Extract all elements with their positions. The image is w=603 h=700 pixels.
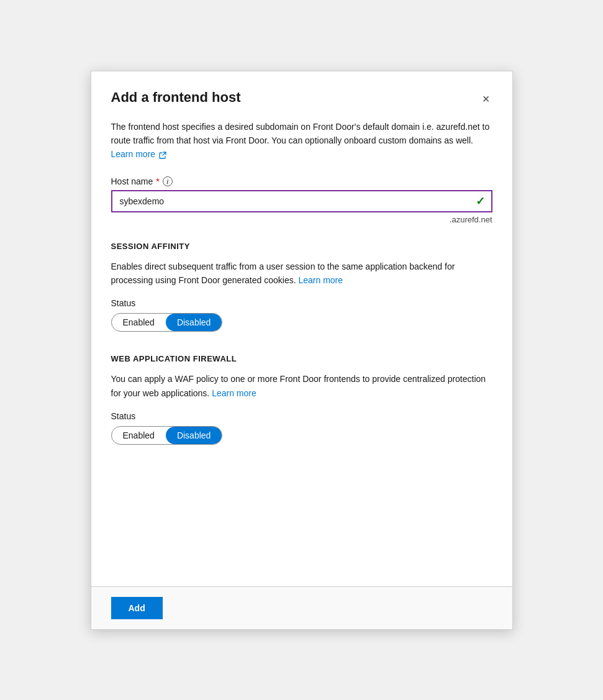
close-button[interactable]: × <box>480 90 492 107</box>
waf-status-label: Status <box>111 411 492 421</box>
dialog-title: Add a frontend host <box>111 89 241 107</box>
valid-checkmark-icon: ✓ <box>476 194 485 208</box>
domain-suffix: .azurefd.net <box>111 215 492 224</box>
required-star: * <box>156 176 159 186</box>
waf-title: WEB APPLICATION FIREWALL <box>111 354 492 363</box>
session-affinity-enabled-option[interactable]: Enabled <box>112 314 166 331</box>
host-name-label: Host name * i <box>111 176 492 186</box>
session-affinity-toggle[interactable]: Enabled Disabled <box>111 313 223 332</box>
session-affinity-title: SESSION AFFINITY <box>111 242 492 251</box>
session-affinity-disabled-option[interactable]: Disabled <box>166 314 222 331</box>
waf-disabled-option[interactable]: Disabled <box>166 427 222 444</box>
session-affinity-section: SESSION AFFINITY Enables direct subseque… <box>111 242 492 350</box>
waf-learn-more-link[interactable]: Learn more <box>212 388 256 398</box>
waf-section: WEB APPLICATION FIREWALL You can apply a… <box>111 354 492 462</box>
session-affinity-description: Enables direct subsequent traffic from a… <box>111 260 492 288</box>
dialog-footer: Add <box>91 586 512 629</box>
intro-text: The frontend host specifies a desired su… <box>111 120 492 161</box>
add-frontend-host-dialog: Add a frontend host × The frontend host … <box>91 71 513 630</box>
info-icon[interactable]: i <box>163 176 173 186</box>
dialog-header: Add a frontend host × <box>111 89 492 107</box>
waf-toggle[interactable]: Enabled Disabled <box>111 426 223 445</box>
session-affinity-learn-more-link[interactable]: Learn more <box>298 275 343 285</box>
waf-enabled-option[interactable]: Enabled <box>112 427 166 444</box>
host-name-section: Host name * i ✓ .azurefd.net <box>111 176 492 224</box>
add-button[interactable]: Add <box>111 597 163 619</box>
host-name-input[interactable] <box>111 190 492 212</box>
host-name-input-wrapper: ✓ <box>111 190 492 212</box>
session-affinity-status-label: Status <box>111 298 492 308</box>
learn-more-link-1[interactable]: Learn more <box>111 149 166 159</box>
waf-description: You can apply a WAF policy to one or mor… <box>111 372 492 400</box>
external-link-icon <box>159 152 166 159</box>
